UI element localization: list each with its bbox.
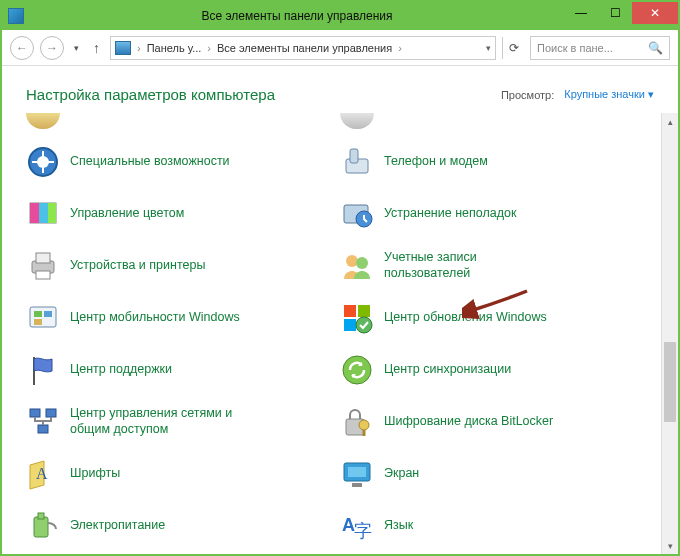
svg-rect-18: [34, 319, 42, 325]
item-label: Электропитание: [70, 518, 165, 534]
view-value[interactable]: Крупные значки ▾: [564, 88, 654, 101]
color-icon: [26, 197, 60, 231]
breadcrumb-item[interactable]: Все элементы панели управления: [217, 42, 392, 54]
item-troubleshooting[interactable]: Устранение неполадок: [340, 195, 644, 233]
item-label: Управление цветом: [70, 206, 184, 222]
forward-button[interactable]: →: [40, 36, 64, 60]
partial-item[interactable]: [26, 113, 330, 129]
power-icon: [26, 509, 60, 543]
network-icon: [26, 405, 60, 439]
address-bar[interactable]: › Панель у... › Все элементы панели упра…: [110, 36, 496, 60]
mobility-icon: [26, 301, 60, 335]
breadcrumb-sep: ›: [396, 42, 404, 54]
svg-rect-33: [348, 467, 366, 477]
users-icon: [340, 249, 374, 283]
troubleshoot-icon: [340, 197, 374, 231]
item-fonts[interactable]: A Шрифты: [26, 455, 330, 493]
search-input[interactable]: Поиск в пане... 🔍: [530, 36, 670, 60]
scroll-thumb[interactable]: [664, 342, 676, 422]
flag-icon: [26, 353, 60, 387]
search-icon: 🔍: [648, 41, 663, 55]
item-label: Язык: [384, 518, 413, 534]
svg-rect-15: [30, 307, 56, 327]
phone-icon: [340, 145, 374, 179]
svg-rect-6: [39, 203, 48, 223]
svg-rect-12: [36, 271, 50, 279]
item-label: Шрифты: [70, 466, 120, 482]
control-panel-window: Все элементы панели управления — ☐ ✕ ← →…: [0, 0, 680, 556]
item-power[interactable]: Электропитание: [26, 507, 330, 545]
svg-rect-3: [350, 149, 358, 163]
scroll-up-button[interactable]: ▴: [662, 113, 678, 130]
page-title: Настройка параметров компьютера: [26, 86, 275, 103]
svg-rect-20: [358, 305, 370, 317]
item-phone-modem[interactable]: Телефон и модем: [340, 143, 644, 181]
item-action-center[interactable]: Центр поддержки: [26, 351, 330, 389]
svg-point-23: [356, 317, 372, 333]
svg-rect-26: [46, 409, 56, 417]
scroll-track[interactable]: [662, 130, 678, 537]
breadcrumb-sep: ›: [135, 42, 143, 54]
item-label: Учетные записи пользователей: [384, 250, 564, 281]
item-network-sharing[interactable]: Центр управления сетями и общим доступом: [26, 403, 330, 441]
svg-rect-27: [38, 425, 48, 433]
up-button[interactable]: ↑: [89, 40, 104, 56]
svg-point-14: [356, 257, 368, 269]
item-accessibility[interactable]: Специальные возможности: [26, 143, 330, 181]
item-bitlocker[interactable]: Шифрование диска BitLocker: [340, 403, 644, 441]
refresh-button[interactable]: ⟳: [502, 37, 524, 59]
item-user-accounts[interactable]: Учетные записи пользователей: [340, 247, 644, 285]
maximize-button[interactable]: ☐: [598, 2, 632, 24]
minimize-button[interactable]: —: [564, 2, 598, 24]
accessibility-icon: [26, 145, 60, 179]
svg-point-13: [346, 255, 358, 267]
svg-text:字: 字: [354, 521, 372, 541]
close-button[interactable]: ✕: [632, 2, 678, 24]
item-windows-update[interactable]: Центр обновления Windows: [340, 299, 644, 337]
back-button[interactable]: ←: [10, 36, 34, 60]
titlebar[interactable]: Все элементы панели управления — ☐ ✕: [2, 2, 678, 30]
svg-rect-32: [352, 483, 362, 487]
item-label: Специальные возможности: [70, 154, 230, 170]
svg-rect-5: [30, 203, 39, 223]
display-icon: [340, 457, 374, 491]
svg-rect-17: [44, 311, 52, 317]
item-devices-printers[interactable]: Устройства и принтеры: [26, 247, 330, 285]
svg-point-29: [359, 420, 369, 430]
item-label: Устройства и принтеры: [70, 258, 205, 274]
lock-icon: [340, 405, 374, 439]
svg-rect-35: [38, 513, 44, 519]
item-label: Шифрование диска BitLocker: [384, 414, 553, 430]
item-display[interactable]: Экран: [340, 455, 644, 493]
history-dropdown[interactable]: ▾: [70, 43, 83, 53]
svg-rect-16: [34, 311, 42, 317]
item-color-management[interactable]: Управление цветом: [26, 195, 330, 233]
svg-rect-25: [30, 409, 40, 417]
breadcrumb-item[interactable]: Панель у...: [147, 42, 202, 54]
item-mobility-center[interactable]: Центр мобильности Windows: [26, 299, 330, 337]
window-controls: — ☐ ✕: [564, 2, 678, 30]
search-placeholder: Поиск в пане...: [537, 42, 613, 54]
item-label: Телефон и модем: [384, 154, 488, 170]
svg-rect-21: [344, 319, 356, 331]
svg-rect-11: [36, 253, 50, 263]
item-language[interactable]: A字 Язык: [340, 507, 644, 545]
svg-rect-34: [34, 517, 48, 537]
fonts-icon: A: [26, 457, 60, 491]
item-label: Центр управления сетями и общим доступом: [70, 406, 250, 437]
svg-rect-19: [344, 305, 356, 317]
address-dropdown-icon[interactable]: ▾: [486, 43, 491, 53]
sync-icon: [340, 353, 374, 387]
printer-icon: [26, 249, 60, 283]
item-label: Центр поддержки: [70, 362, 172, 378]
app-icon: [8, 8, 24, 24]
partial-item[interactable]: [340, 113, 644, 129]
scroll-down-button[interactable]: ▾: [662, 537, 678, 554]
view-label: Просмотр:: [501, 89, 554, 101]
items-panel: Специальные возможности Телефон и модем …: [2, 113, 678, 554]
content-header: Настройка параметров компьютера Просмотр…: [2, 66, 678, 113]
item-label: Центр обновления Windows: [384, 310, 547, 326]
navigation-toolbar: ← → ▾ ↑ › Панель у... › Все элементы пан…: [2, 30, 678, 66]
item-sync-center[interactable]: Центр синхронизации: [340, 351, 644, 389]
scrollbar[interactable]: ▴ ▾: [661, 113, 678, 554]
